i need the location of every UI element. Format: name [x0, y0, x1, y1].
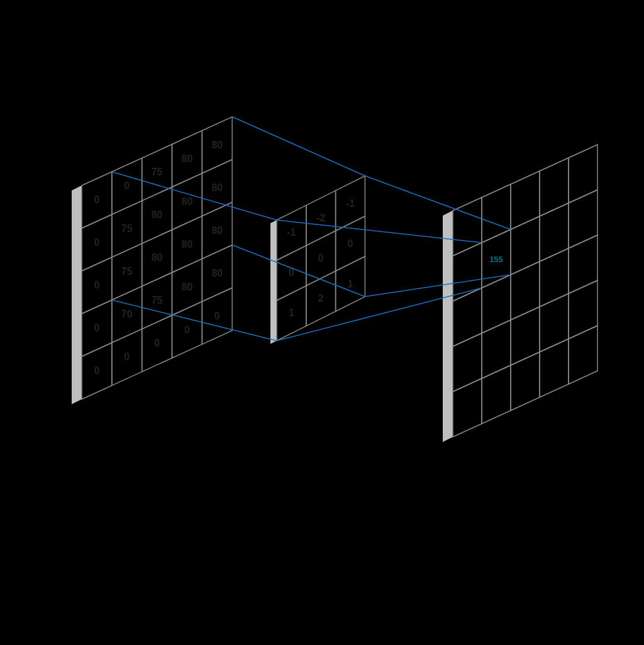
- svg-text:0: 0: [124, 180, 130, 191]
- svg-text:1: 1: [348, 278, 353, 289]
- svg-text:80: 80: [152, 209, 163, 220]
- svg-line-42: [112, 172, 277, 220]
- svg-text:80: 80: [211, 268, 223, 278]
- svg-text:75: 75: [121, 223, 133, 234]
- cell: [569, 145, 597, 203]
- cell: [482, 365, 511, 424]
- cell: [511, 216, 540, 275]
- svg-text:155: 155: [489, 255, 503, 264]
- svg-text:0: 0: [94, 194, 99, 205]
- kernel-panel: -1-2-1000121: [270, 176, 365, 344]
- cell: [453, 333, 482, 392]
- cell: [453, 378, 482, 437]
- svg-text:0: 0: [124, 351, 130, 362]
- input-panel: 0075808007580808007580808007075808000000: [72, 117, 232, 404]
- svg-line-43: [232, 245, 365, 297]
- svg-marker-27: [270, 220, 277, 344]
- svg-text:75: 75: [152, 295, 163, 306]
- cell: [482, 320, 511, 378]
- svg-line-41: [232, 117, 365, 176]
- svg-text:-1: -1: [346, 198, 355, 209]
- svg-line-44: [112, 300, 277, 341]
- svg-line-46: [365, 275, 511, 297]
- svg-marker-0: [72, 185, 82, 404]
- cell: [569, 235, 597, 294]
- svg-text:0: 0: [154, 338, 160, 348]
- cell: [453, 197, 482, 256]
- svg-text:70: 70: [121, 309, 133, 319]
- cell: [540, 294, 569, 352]
- cell: [569, 280, 597, 339]
- svg-text:80: 80: [182, 282, 193, 292]
- cell: [540, 158, 569, 216]
- cell: [482, 184, 511, 243]
- svg-text:1: 1: [289, 307, 294, 318]
- cell: [511, 171, 540, 229]
- cell: [540, 339, 569, 397]
- svg-text:80: 80: [211, 225, 223, 236]
- output-panel: 155: [443, 145, 597, 442]
- svg-text:0: 0: [94, 237, 99, 248]
- svg-line-45: [365, 176, 511, 229]
- cell: [482, 275, 511, 333]
- svg-text:0: 0: [94, 365, 99, 376]
- svg-text:2: 2: [318, 293, 324, 304]
- svg-text:75: 75: [152, 167, 163, 177]
- cell: [569, 326, 597, 384]
- cell: [453, 243, 482, 301]
- cell: [453, 288, 482, 346]
- cell: [511, 307, 540, 365]
- cell: [540, 203, 569, 262]
- svg-text:80: 80: [211, 182, 223, 193]
- svg-text:-2: -2: [316, 212, 325, 223]
- svg-text:-1: -1: [287, 227, 296, 238]
- cell: [511, 352, 540, 411]
- svg-text:75: 75: [121, 266, 133, 277]
- svg-text:80: 80: [152, 252, 163, 263]
- svg-text:80: 80: [182, 239, 193, 250]
- svg-text:0: 0: [348, 238, 353, 249]
- cell: [569, 190, 597, 248]
- svg-text:80: 80: [211, 140, 223, 150]
- svg-text:0: 0: [214, 311, 220, 321]
- convolution-diagram: 0075808007580808007580808007075808000000…: [0, 0, 644, 645]
- svg-text:0: 0: [318, 253, 324, 263]
- svg-text:0: 0: [94, 280, 99, 290]
- svg-text:0: 0: [94, 322, 99, 333]
- cell: [540, 248, 569, 307]
- svg-text:0: 0: [184, 324, 190, 335]
- cell: [511, 262, 540, 320]
- svg-text:80: 80: [182, 196, 193, 207]
- svg-marker-38: [443, 211, 453, 442]
- svg-text:80: 80: [182, 153, 193, 164]
